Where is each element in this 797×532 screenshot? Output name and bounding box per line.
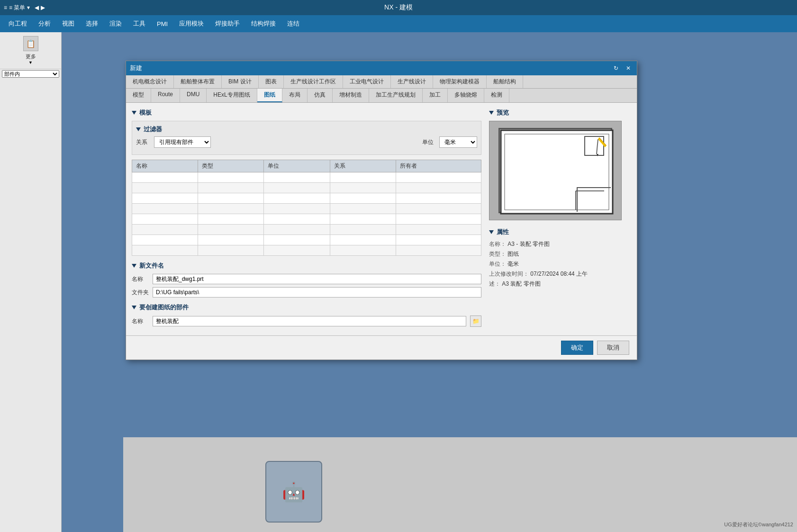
tab-prod-design[interactable]: 生产线设计 — [391, 75, 433, 88]
menu-item-render[interactable]: 渲染 — [105, 18, 127, 30]
menu-icon: ≡ — [4, 4, 7, 11]
tab-ship-layout[interactable]: 船舶整体布置 — [174, 75, 222, 88]
tab-production-line[interactable]: 生产线设计工作区 — [284, 75, 343, 88]
new-filename-section: 新文件名 名称 文件夹 — [132, 261, 481, 298]
menu-arrow: ▾ — [27, 4, 30, 11]
tab-simulation[interactable]: 仿真 — [308, 89, 333, 102]
tab-model[interactable]: 模型 — [126, 89, 151, 102]
menu-item-view[interactable]: 视图 — [57, 18, 79, 30]
scope-dropdown-container[interactable]: 部件内 — [0, 69, 61, 79]
prop-name: 名称： A3 - 装配 零件图 — [489, 240, 631, 248]
menu-bar: 向工程 分析 视图 选择 渲染 工具 PMI 应用模块 焊接助手 结构焊接 连结 — [0, 15, 797, 32]
prop-desc: 述： A3 装配 零件图 — [489, 280, 631, 288]
template-title: 模板 — [139, 108, 152, 117]
pencil-icon — [582, 134, 608, 160]
prop-unit-label: 单位： — [489, 261, 506, 267]
name-row: 名称 — [132, 274, 481, 284]
win-controls: ↻ ✕ — [611, 63, 633, 73]
close-button[interactable]: ✕ — [624, 63, 633, 73]
prop-unit: 单位： 毫米 — [489, 260, 631, 268]
menu-item-struct-weld[interactable]: 结构焊接 — [246, 18, 281, 30]
dialog-footer: 确定 取消 — [126, 335, 637, 360]
part-section: 要创建图纸的部件 名称 📁 — [132, 303, 481, 327]
table-row — [132, 245, 481, 256]
menu-item-weld-assist[interactable]: 焊接助手 — [210, 18, 245, 30]
tab-physical-arch[interactable]: 物理架构建模器 — [433, 75, 487, 88]
folder-input[interactable] — [153, 287, 481, 298]
name-input[interactable] — [153, 274, 481, 284]
tab-bim[interactable]: BIM 设计 — [222, 75, 259, 88]
menu-item-tools[interactable]: 工具 — [128, 18, 150, 30]
tab-drawing[interactable]: 图纸 — [257, 89, 282, 102]
preview-arrow — [489, 111, 494, 115]
preview-drawing — [498, 128, 612, 213]
menu-item-pmi[interactable]: PMI — [152, 18, 172, 29]
template-arrow — [132, 111, 136, 115]
menu-item-connect[interactable]: 连结 — [282, 18, 304, 30]
menu-item-analysis[interactable]: 分析 — [34, 18, 55, 30]
tab-additive[interactable]: 增材制造 — [333, 89, 369, 102]
relation-select[interactable]: 引用现有部件 — [154, 136, 211, 148]
part-name-label: 名称 — [132, 317, 149, 325]
table-row — [132, 204, 481, 214]
table-row — [132, 183, 481, 193]
tab-layout[interactable]: 布局 — [282, 89, 308, 102]
tab-diagram[interactable]: 图表 — [259, 75, 284, 88]
app-title: NX - 建模 — [384, 3, 413, 12]
menu-label[interactable]: ≡ 菜单 — [9, 4, 25, 12]
menu-button[interactable]: ≡ ≡ 菜单 ▾ ◀ ▶ — [4, 4, 45, 12]
preview-section: 预览 — [489, 108, 631, 220]
col-unit: 单位 — [264, 160, 330, 172]
preview-image — [489, 121, 622, 220]
filter-header: 过滤器 — [136, 125, 477, 134]
filter-title: 过滤器 — [144, 125, 162, 134]
filename-title: 新文件名 — [139, 261, 164, 270]
new-dialog-title: 新建 — [130, 64, 142, 72]
part-title: 要创建图纸的部件 — [139, 303, 189, 312]
tab-multiaxis[interactable]: 多轴烧熔 — [448, 89, 484, 102]
filter-arrow — [136, 127, 141, 131]
more-icon: 📋 — [23, 36, 38, 51]
tab-hexl[interactable]: HExL专用图纸 — [207, 89, 257, 102]
table-row — [132, 235, 481, 245]
tab-dmu[interactable]: DMU — [180, 89, 207, 102]
cancel-button[interactable]: 取消 — [597, 341, 629, 355]
prop-name-value: A3 - 装配 零件图 — [507, 241, 550, 247]
tab-inspect[interactable]: 检测 — [484, 89, 509, 102]
filename-section-header: 新文件名 — [132, 261, 481, 270]
prop-modified: 上次修改时间： 07/27/2024 08:44 上午 — [489, 270, 631, 278]
properties-section: 属性 名称： A3 - 装配 零件图 类型： 图纸 单位： 毫米 — [489, 228, 631, 288]
sidebar-item-more[interactable]: 📋 更多 ▼ — [0, 32, 61, 69]
tab-ship-struct[interactable]: 船舶结构 — [487, 75, 523, 88]
menu-item-select[interactable]: 选择 — [81, 18, 103, 30]
preview-header: 预览 — [489, 108, 631, 117]
menu-item-engineering[interactable]: 向工程 — [4, 18, 32, 30]
table-row — [132, 214, 481, 225]
props-title: 属性 — [497, 228, 509, 236]
part-name-input[interactable] — [153, 316, 466, 326]
template-table: 名称 类型 单位 关系 所有者 — [132, 160, 481, 256]
scope-select[interactable]: 部件内 — [2, 70, 59, 78]
filter-section: 过滤器 关系 引用现有部件 单位 毫米 — [132, 121, 481, 155]
preview-title: 预览 — [497, 108, 509, 117]
folder-label: 文件夹 — [132, 289, 149, 297]
part-section-header: 要创建图纸的部件 — [132, 303, 481, 312]
refresh-button[interactable]: ↻ — [611, 63, 621, 73]
tab-machining[interactable]: 加工 — [423, 89, 448, 102]
part-name-row: 名称 📁 — [132, 316, 481, 327]
right-panel: 预览 — [489, 108, 631, 330]
quick-access-icon2: ▶ — [41, 4, 45, 11]
tab-electrical[interactable]: 工业电气设计 — [343, 75, 391, 88]
filter-row: 关系 引用现有部件 单位 毫米 — [136, 136, 477, 148]
tab-machining-plan[interactable]: 加工生产线规划 — [369, 89, 423, 102]
part-arrow — [132, 306, 136, 309]
menu-item-appmodule[interactable]: 应用模块 — [174, 18, 208, 30]
relation-label: 关系 — [136, 138, 150, 146]
browse-button[interactable]: 📁 — [470, 316, 481, 327]
unit-select[interactable]: 毫米 — [439, 136, 477, 148]
template-section-header: 模板 — [132, 108, 481, 117]
ok-button[interactable]: 确定 — [561, 341, 593, 355]
tab-mechatronics[interactable]: 机电概念设计 — [126, 75, 174, 88]
new-dialog: 新建 ↻ ✕ 机电概念设计 船舶整体布置 BIM 设计 图表 生产线设计工作区 … — [126, 61, 637, 360]
tab-route[interactable]: Route — [151, 89, 180, 102]
